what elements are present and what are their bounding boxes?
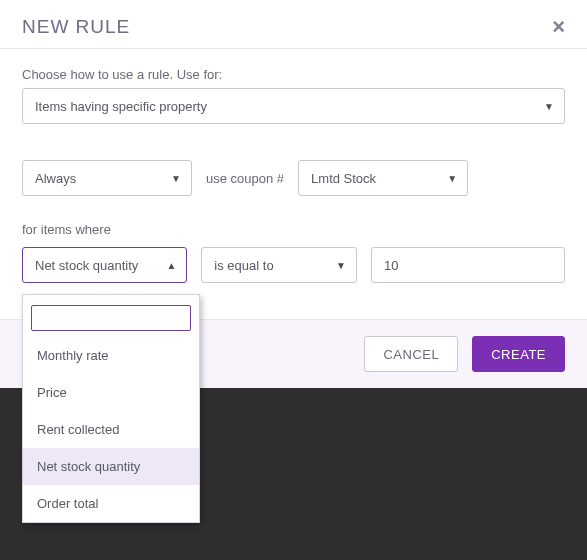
dropdown-search-wrap xyxy=(23,295,199,337)
chevron-up-icon: ▲ xyxy=(166,260,176,271)
when-value: Always xyxy=(35,171,76,186)
items-where-label: for items where xyxy=(22,222,565,237)
coupon-value: Lmtd Stock xyxy=(311,171,376,186)
operator-value: is equal to xyxy=(214,258,273,273)
items-where-row: Net stock quantity ▲ is equal to ▼ xyxy=(22,247,565,283)
value-input[interactable] xyxy=(371,247,565,283)
property-select[interactable]: Net stock quantity ▲ xyxy=(22,247,187,283)
dropdown-option[interactable]: Order total xyxy=(23,485,199,522)
chevron-down-icon: ▼ xyxy=(544,101,554,112)
coupon-select[interactable]: Lmtd Stock ▼ xyxy=(298,160,468,196)
dropdown-option[interactable]: Monthly rate xyxy=(23,337,199,374)
modal-body: Choose how to use a rule. Use for: Items… xyxy=(0,49,587,291)
modal-title: NEW RULE xyxy=(22,16,130,38)
rule-type-select[interactable]: Items having specific property ▼ xyxy=(22,88,565,124)
chevron-down-icon: ▼ xyxy=(336,260,346,271)
close-icon[interactable]: × xyxy=(552,16,565,38)
rule-type-value: Items having specific property xyxy=(35,99,207,114)
cancel-button[interactable]: CANCEL xyxy=(364,336,458,372)
rule-type-label: Choose how to use a rule. Use for: xyxy=(22,67,565,82)
dropdown-option[interactable]: Rent collected xyxy=(23,411,199,448)
property-dropdown: Monthly ratePriceRent collectedNet stock… xyxy=(22,294,200,523)
use-coupon-label: use coupon # xyxy=(206,171,284,186)
create-button[interactable]: CREATE xyxy=(472,336,565,372)
when-select[interactable]: Always ▼ xyxy=(22,160,192,196)
dropdown-option[interactable]: Price xyxy=(23,374,199,411)
dropdown-search-input[interactable] xyxy=(31,305,191,331)
chevron-down-icon: ▼ xyxy=(171,173,181,184)
property-value: Net stock quantity xyxy=(35,258,138,273)
chevron-down-icon: ▼ xyxy=(447,173,457,184)
dropdown-option[interactable]: Net stock quantity xyxy=(23,448,199,485)
condition-row: Always ▼ use coupon # Lmtd Stock ▼ xyxy=(22,160,565,196)
operator-select[interactable]: is equal to ▼ xyxy=(201,247,357,283)
modal-header: NEW RULE × xyxy=(0,0,587,49)
